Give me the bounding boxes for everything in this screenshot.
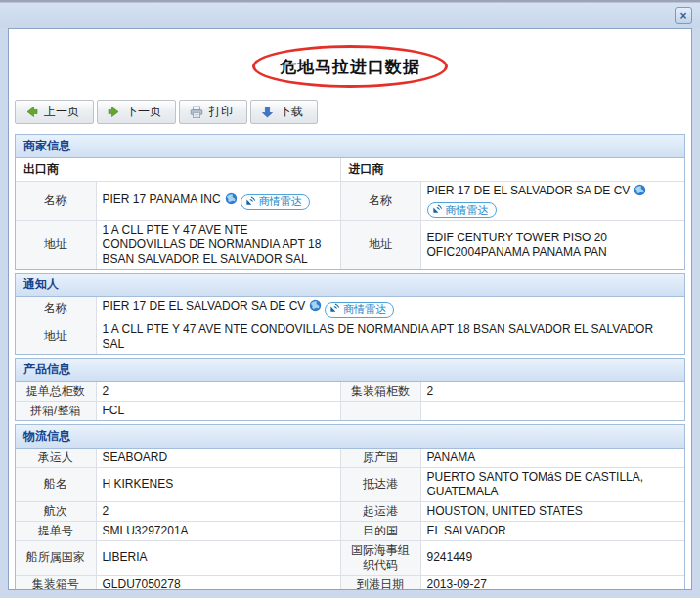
prev-page-button[interactable]: 上一页 bbox=[15, 100, 94, 124]
field-label: 到港日期 bbox=[340, 575, 420, 590]
table-row: 提单号 SMLU3297201A 目的国 EL SALVADOR bbox=[16, 521, 684, 540]
field-label: 集装箱号 bbox=[16, 575, 96, 590]
product-table: 提单总柜数 2 集装箱柜数 2 拼箱/整箱 FCL bbox=[16, 382, 684, 420]
arrow-down-icon bbox=[261, 106, 274, 118]
exporter-subheader: 出口商 bbox=[16, 158, 340, 182]
merchant-table: 出口商 进口商 名称 PIER 17 PANAMA INC商情雷达 名称 PIE… bbox=[16, 158, 684, 269]
field-value: SMLU3297201A bbox=[96, 521, 340, 540]
next-page-label: 下一页 bbox=[126, 104, 161, 120]
table-row: 地址 1 A CLL PTE Y 47 AVE NTE CONDOVILLAS … bbox=[16, 221, 684, 270]
company-name: PIER 17 DE EL SALVADOR SA DE CV bbox=[427, 184, 631, 197]
notify-table: 名称 PIER 17 DE EL SALVADOR SA DE CV商情雷达 地… bbox=[16, 297, 684, 353]
business-radar-badge[interactable]: 商情雷达 bbox=[427, 202, 497, 218]
arrow-right-icon bbox=[108, 106, 120, 118]
section-header: 商家信息 bbox=[16, 135, 684, 158]
field-label: 地址 bbox=[340, 221, 420, 270]
window-titlebar[interactable]: × bbox=[0, 3, 700, 28]
table-row: 拼箱/整箱 FCL bbox=[16, 401, 684, 420]
globe-icon[interactable] bbox=[225, 192, 238, 209]
importer-subheader: 进口商 bbox=[340, 158, 684, 182]
print-button[interactable]: 打印 bbox=[179, 100, 247, 124]
notify-address-value: 1 A CLL PTE Y 47 AVE NTE CONDOVILLAS DE … bbox=[96, 320, 684, 354]
table-row: 船名 H KIRKENES 抵达港 PUERTO SANTO TOMáS DE … bbox=[16, 467, 684, 501]
globe-icon[interactable] bbox=[309, 299, 322, 316]
table-row: 提单总柜数 2 集装箱柜数 2 bbox=[16, 382, 684, 402]
field-value: FCL bbox=[96, 401, 340, 420]
prev-page-label: 上一页 bbox=[44, 104, 79, 120]
field-label: 抵达港 bbox=[340, 467, 420, 501]
importer-address-value: EDIF CENTURY TOWER PISO 20 OFIC2004PANAM… bbox=[420, 221, 684, 270]
section-notify-party: 通知人 名称 PIER 17 DE EL SALVADOR SA DE CV商情… bbox=[15, 273, 685, 354]
radar-icon bbox=[432, 203, 443, 218]
field-value: 2 bbox=[96, 501, 340, 521]
title-row: 危地马拉进口数据 bbox=[9, 37, 691, 96]
badge-label: 商情雷达 bbox=[446, 204, 489, 218]
field-label: 船名 bbox=[16, 467, 96, 501]
badge-label: 商情雷达 bbox=[343, 303, 386, 317]
table-row: 名称 PIER 17 PANAMA INC商情雷达 名称 PIER 17 DE … bbox=[16, 182, 684, 221]
table-row: 承运人 SEABOARD 原产国 PANAMA bbox=[16, 448, 684, 468]
download-button[interactable]: 下载 bbox=[250, 100, 318, 124]
notify-name-value: PIER 17 DE EL SALVADOR SA DE CV商情雷达 bbox=[96, 297, 684, 320]
close-button[interactable]: × bbox=[675, 7, 692, 24]
badge-label: 商情雷达 bbox=[259, 195, 302, 209]
field-value: EL SALVADOR bbox=[420, 521, 684, 540]
field-value: GLDU7050278 bbox=[96, 575, 340, 590]
section-header: 物流信息 bbox=[16, 425, 684, 448]
section-merchant-info: 商家信息 出口商 进口商 名称 PIER 17 PANAMA INC商情雷达 名… bbox=[15, 134, 685, 270]
field-value: 2013-09-27 bbox=[420, 575, 684, 590]
field-label: 拼箱/整箱 bbox=[16, 401, 96, 420]
company-name: PIER 17 PANAMA INC bbox=[103, 192, 221, 206]
field-value: SEABOARD bbox=[96, 448, 340, 468]
field-value: PANAMA bbox=[420, 448, 684, 468]
field-label: 集装箱柜数 bbox=[340, 382, 420, 402]
detail-content: 商家信息 出口商 进口商 名称 PIER 17 PANAMA INC商情雷达 名… bbox=[9, 134, 691, 590]
field-label: 名称 bbox=[16, 182, 96, 221]
field-label: 地址 bbox=[16, 221, 96, 270]
section-header: 通知人 bbox=[16, 274, 684, 297]
print-label: 打印 bbox=[209, 104, 233, 120]
field-label: 地址 bbox=[16, 320, 96, 354]
close-icon: × bbox=[679, 9, 686, 22]
importer-name-value: PIER 17 DE EL SALVADOR SA DE CV商情雷达 bbox=[420, 182, 684, 221]
field-label bbox=[340, 401, 420, 420]
download-label: 下载 bbox=[280, 104, 303, 120]
field-label: 名称 bbox=[16, 297, 96, 320]
exporter-address-value: 1 A CLL PTE Y 47 AVE NTE CONDOVILLAS DE … bbox=[96, 221, 340, 270]
field-value: H KIRKENES bbox=[96, 467, 340, 501]
company-name: PIER 17 DE EL SALVADOR SA DE CV bbox=[103, 299, 306, 313]
field-label: 名称 bbox=[340, 182, 420, 221]
field-label: 原产国 bbox=[340, 448, 420, 468]
radar-icon bbox=[329, 302, 340, 317]
modal-window: × 危地马拉进口数据 上一页 下一页 打印 下载 bbox=[0, 0, 700, 598]
logistics-table: 承运人 SEABOARD 原产国 PANAMA 船名 H KIRKENES 抵达… bbox=[16, 448, 684, 590]
section-logistics-info: 物流信息 承运人 SEABOARD 原产国 PANAMA 船名 H KIRKEN… bbox=[15, 424, 685, 590]
table-row: 地址 1 A CLL PTE Y 47 AVE NTE CONDOVILLAS … bbox=[16, 320, 684, 354]
table-row: 名称 PIER 17 DE EL SALVADOR SA DE CV商情雷达 bbox=[16, 297, 684, 320]
printer-icon bbox=[190, 106, 203, 119]
business-radar-badge[interactable]: 商情雷达 bbox=[325, 302, 394, 318]
field-label: 起运港 bbox=[340, 501, 420, 521]
field-label: 提单总柜数 bbox=[16, 382, 96, 402]
field-value: HOUSTON, UNITED STATES bbox=[420, 501, 684, 521]
page-title: 危地马拉进口数据 bbox=[280, 56, 420, 78]
dialog-panel: 危地马拉进口数据 上一页 下一页 打印 下载 商家信息 bbox=[8, 28, 692, 590]
field-label: 承运人 bbox=[16, 448, 96, 468]
table-row: 航次 2 起运港 HOUSTON, UNITED STATES bbox=[16, 501, 684, 521]
field-label: 目的国 bbox=[340, 521, 420, 540]
next-page-button[interactable]: 下一页 bbox=[97, 100, 176, 124]
business-radar-badge[interactable]: 商情雷达 bbox=[241, 194, 310, 210]
section-header: 产品信息 bbox=[16, 359, 684, 382]
field-label: 船所属国家 bbox=[16, 540, 96, 575]
table-row: 集装箱号 GLDU7050278 到港日期 2013-09-27 bbox=[16, 575, 684, 590]
field-label: 国际海事组织代码 bbox=[340, 540, 420, 575]
field-value: 2 bbox=[96, 382, 340, 402]
field-label: 航次 bbox=[16, 501, 96, 521]
globe-icon[interactable] bbox=[634, 184, 646, 200]
field-value: PUERTO SANTO TOMáS DE CASTILLA, GUATEMAL… bbox=[420, 467, 684, 501]
field-value bbox=[420, 401, 684, 420]
field-label: 提单号 bbox=[16, 521, 96, 540]
table-row: 出口商 进口商 bbox=[16, 158, 684, 182]
field-value: 2 bbox=[420, 382, 684, 402]
radar-icon bbox=[245, 195, 256, 210]
